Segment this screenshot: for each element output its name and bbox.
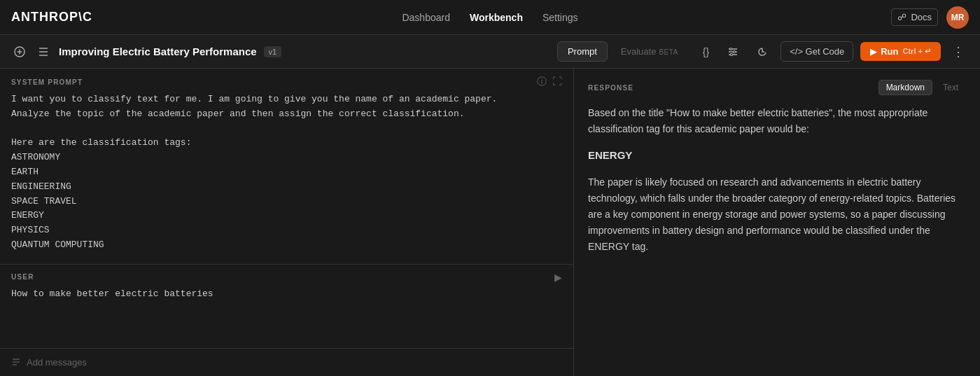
- nav-workbench[interactable]: Workbench: [470, 12, 523, 23]
- response-body: The paper is likely focused on research …: [588, 174, 966, 255]
- beta-badge: BETA: [659, 48, 678, 56]
- svg-point-9: [730, 48, 732, 50]
- docs-button[interactable]: ☍ Docs: [891, 8, 938, 26]
- add-messages-label: Add messages: [27, 357, 87, 368]
- svg-point-10: [734, 50, 736, 53]
- response-energy-tag: ENERGY: [588, 147, 966, 165]
- right-panel: RESPONSE Markdown Text Based on the titl…: [574, 69, 980, 376]
- more-button[interactable]: ⋮: [948, 41, 969, 62]
- tab-evaluate[interactable]: EvaluateBETA: [610, 41, 689, 62]
- json-icon: {}: [703, 46, 709, 57]
- docs-icon: ☍: [897, 12, 906, 22]
- user-icons: ▶: [554, 272, 562, 283]
- expand-icon[interactable]: ⛶: [552, 76, 562, 88]
- response-header: RESPONSE Markdown Text: [588, 80, 966, 95]
- response-intro: Based on the title "How to make better e…: [588, 105, 966, 137]
- system-prompt-text: I want you to classify text for me. I am…: [0, 92, 573, 264]
- toolbar-tabs: Prompt EvaluateBETA: [557, 41, 689, 62]
- nav-dashboard[interactable]: Dashboard: [402, 12, 450, 23]
- add-messages-icon: [11, 358, 21, 368]
- svg-point-11: [731, 53, 733, 55]
- history-icon: [757, 46, 768, 57]
- version-badge: v1: [264, 46, 282, 57]
- user-label: USER: [11, 273, 34, 281]
- avatar[interactable]: MR: [946, 6, 969, 29]
- toolbar-left: Improving Electric Battery Performance v…: [11, 43, 549, 60]
- run-play-icon: ▶: [870, 47, 876, 57]
- system-prompt-label: SYSTEM PROMPT: [11, 78, 83, 86]
- logo: ANTHROP\C: [11, 10, 92, 25]
- nav-right: ☍ Docs MR: [891, 6, 969, 29]
- run-shortcut: Ctrl + ↵: [903, 47, 931, 56]
- json-button[interactable]: {}: [697, 42, 715, 62]
- main-content: SYSTEM PROMPT ⓘ ⛶ I want you to classify…: [0, 69, 980, 376]
- format-markdown-button[interactable]: Markdown: [878, 80, 932, 95]
- tab-prompt[interactable]: Prompt: [557, 41, 608, 62]
- nav-links: Dashboard Workbench Settings: [402, 12, 578, 23]
- add-messages-bar[interactable]: Add messages: [0, 348, 573, 376]
- system-prompt-header: SYSTEM PROMPT ⓘ ⛶: [0, 69, 573, 92]
- format-toggle: Markdown Text: [878, 80, 966, 95]
- info-icon[interactable]: ⓘ: [537, 76, 547, 88]
- run-label: Run: [881, 46, 898, 57]
- user-text: How to make better electric batteries: [0, 287, 573, 313]
- settings-button[interactable]: [722, 42, 744, 62]
- list-icon: [38, 47, 49, 57]
- format-text-button[interactable]: Text: [935, 80, 966, 95]
- response-text: Based on the title "How to make better e…: [588, 105, 966, 255]
- image-icon[interactable]: ▶: [554, 272, 562, 283]
- sliders-icon: [727, 46, 738, 57]
- toolbar-right: {} </> Get Code ▶ Run Ctrl + ↵: [697, 41, 969, 62]
- top-nav: ANTHROP\C Dashboard Workbench Settings ☍…: [0, 0, 980, 35]
- add-button[interactable]: [11, 43, 28, 60]
- user-section: USER ▶ How to make better electric batte…: [0, 265, 573, 348]
- add-icon: [14, 46, 25, 57]
- list-button[interactable]: [35, 44, 52, 60]
- run-button[interactable]: ▶ Run Ctrl + ↵: [860, 42, 941, 61]
- response-label: RESPONSE: [588, 84, 634, 92]
- docs-label: Docs: [911, 12, 932, 22]
- nav-settings[interactable]: Settings: [542, 12, 578, 23]
- user-header: USER ▶: [0, 265, 573, 287]
- toolbar: Improving Electric Battery Performance v…: [0, 35, 980, 69]
- get-code-label: </> Get Code: [790, 46, 844, 57]
- doc-title: Improving Electric Battery Performance: [59, 46, 257, 57]
- history-button[interactable]: [751, 42, 774, 62]
- system-prompt-icons: ⓘ ⛶: [537, 76, 562, 88]
- left-panel: SYSTEM PROMPT ⓘ ⛶ I want you to classify…: [0, 69, 574, 376]
- get-code-button[interactable]: </> Get Code: [780, 41, 853, 62]
